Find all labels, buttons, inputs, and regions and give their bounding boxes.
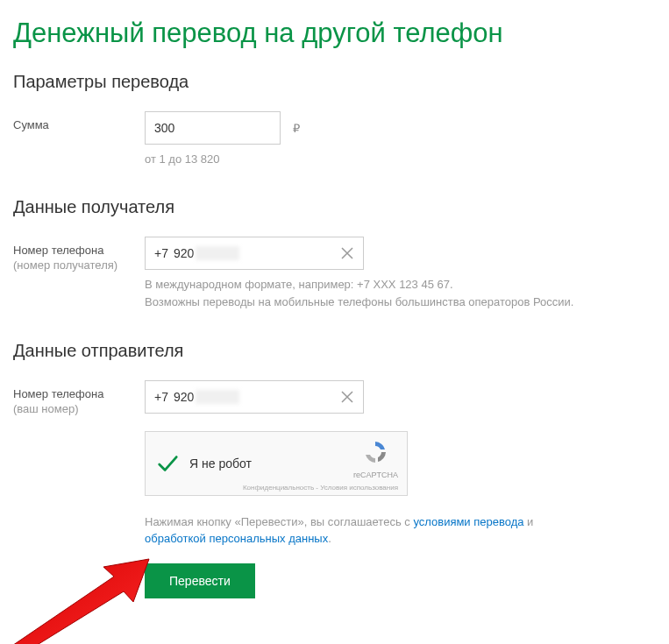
section-heading-params: Параметры перевода bbox=[13, 72, 656, 92]
page-title: Денежный перевод на другой телефон bbox=[13, 18, 656, 49]
captcha-brand: reCAPTCHA bbox=[353, 471, 398, 479]
consent-post: . bbox=[328, 532, 331, 545]
checkmark-icon bbox=[156, 452, 179, 475]
submit-button[interactable]: Перевести bbox=[145, 563, 255, 598]
sender-phone-label: Номер телефона bbox=[13, 387, 145, 400]
section-sender: Данные отправителя Номер телефона (ваш н… bbox=[13, 341, 656, 598]
sender-phone-prefix: +7 bbox=[146, 390, 168, 404]
section-recipient: Данные получателя Номер телефона (номер … bbox=[13, 197, 656, 310]
consent-text: Нажимая кнопку «Перевести», вы соглашает… bbox=[145, 513, 583, 548]
amount-input[interactable] bbox=[145, 111, 281, 145]
currency-symbol: ₽ bbox=[293, 122, 300, 135]
recipient-hint-1: В международном формате, например: +7 XX… bbox=[145, 277, 656, 293]
amount-label: Сумма bbox=[13, 118, 145, 131]
terms-link[interactable]: условиями перевода bbox=[413, 515, 523, 528]
close-icon bbox=[341, 247, 353, 259]
recipient-phone-clear-button[interactable] bbox=[331, 237, 363, 269]
section-params: Параметры перевода Сумма ₽ от 1 до 13 82… bbox=[13, 72, 656, 167]
recaptcha-widget[interactable]: Я не робот reCAPTCHA Конфиденциальность … bbox=[145, 431, 408, 496]
recipient-phone-redacted bbox=[196, 246, 239, 260]
privacy-link[interactable]: обработкой персональных данных bbox=[145, 532, 328, 545]
recipient-phone-sublabel: (номер получателя) bbox=[13, 258, 145, 272]
recipient-phone-value: 920 bbox=[168, 246, 194, 260]
close-icon bbox=[341, 391, 353, 403]
consent-mid: и bbox=[524, 515, 534, 528]
section-heading-recipient: Данные получателя bbox=[13, 197, 656, 217]
consent-pre: Нажимая кнопку «Перевести», вы соглашает… bbox=[145, 515, 413, 528]
sender-phone-value: 920 bbox=[168, 390, 194, 404]
sender-phone-clear-button[interactable] bbox=[331, 381, 363, 413]
recipient-phone-field[interactable]: +7 920 bbox=[145, 237, 364, 270]
section-heading-sender: Данные отправителя bbox=[13, 341, 656, 361]
recipient-phone-label: Номер телефона bbox=[13, 244, 145, 257]
amount-hint: от 1 до 13 820 bbox=[145, 152, 656, 167]
recipient-hint-2: Возможны переводы на мобильные телефоны … bbox=[145, 294, 656, 310]
recipient-phone-prefix: +7 bbox=[146, 246, 168, 260]
sender-phone-redacted bbox=[196, 390, 239, 404]
sender-phone-field[interactable]: +7 920 bbox=[145, 380, 364, 414]
captcha-legal: Конфиденциальность - Условия использован… bbox=[243, 484, 398, 492]
captcha-label: Я не робот bbox=[189, 456, 252, 471]
sender-phone-sublabel: (ваш номер) bbox=[13, 402, 145, 415]
recaptcha-icon bbox=[362, 439, 388, 465]
